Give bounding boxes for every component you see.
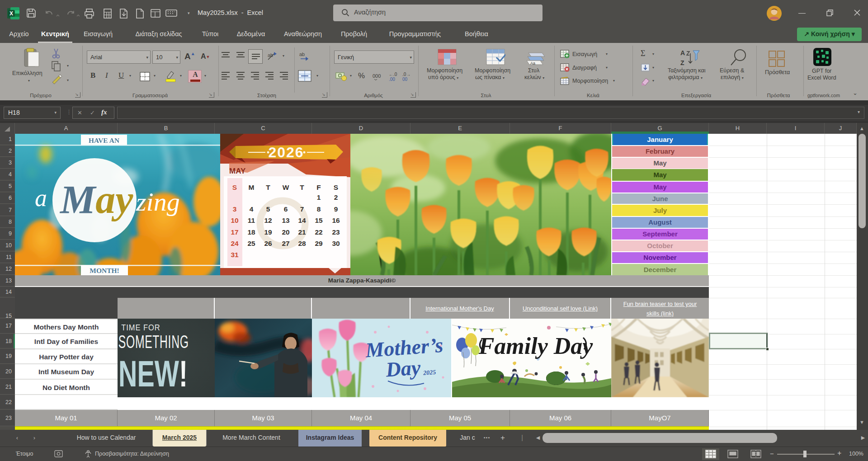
svg-text:9: 9 <box>334 205 338 213</box>
svg-text:F: F <box>316 183 321 191</box>
svg-text:.0→: .0→ <box>402 72 410 77</box>
svg-text:←.0: ←.0 <box>389 72 397 77</box>
svg-text:10: 10 <box>231 216 238 224</box>
svg-text:000: 000 <box>373 73 381 79</box>
svg-text:A: A <box>680 49 685 56</box>
svg-text:15: 15 <box>315 216 323 224</box>
svg-text:Z: Z <box>680 59 684 66</box>
svg-text:26: 26 <box>264 240 272 247</box>
svg-text:12: 12 <box>264 216 272 224</box>
svg-text:NEW!: NEW! <box>118 353 188 395</box>
svg-text:6: 6 <box>284 205 288 213</box>
svg-text:14: 14 <box>298 216 306 224</box>
svg-text:8: 8 <box>317 205 321 213</box>
svg-text:2025: 2025 <box>423 369 436 376</box>
svg-text:24: 24 <box>231 240 239 247</box>
svg-text:22: 22 <box>315 228 322 236</box>
svg-text:31: 31 <box>231 251 239 259</box>
svg-text:X: X <box>9 10 13 17</box>
svg-text:2: 2 <box>334 193 338 201</box>
svg-text:MAY: MAY <box>229 167 246 175</box>
svg-text:Day: Day <box>385 356 422 381</box>
svg-text:19: 19 <box>264 228 272 236</box>
svg-text:ab: ab <box>299 52 305 57</box>
svg-text:Aa: Aa <box>530 61 535 66</box>
svg-text:25: 25 <box>247 240 255 247</box>
svg-text:T: T <box>266 183 270 191</box>
svg-text:1: 1 <box>317 193 321 201</box>
svg-text:5: 5 <box>266 205 270 213</box>
svg-text:a: a <box>35 184 47 212</box>
svg-text:16: 16 <box>332 216 340 224</box>
svg-text:MONTH!: MONTH! <box>90 267 119 274</box>
svg-text:3: 3 <box>233 205 237 213</box>
svg-text:S: S <box>232 183 237 191</box>
svg-text:18: 18 <box>247 228 255 236</box>
svg-text:ab: ab <box>268 52 273 58</box>
svg-text:23: 23 <box>332 228 340 236</box>
svg-text:M: M <box>249 183 255 191</box>
svg-text:30: 30 <box>332 240 340 247</box>
svg-text:May: May <box>59 178 133 221</box>
svg-text:TIME FOR: TIME FOR <box>121 323 160 332</box>
svg-text:SOMETHING: SOMETHING <box>118 332 189 352</box>
svg-text:27: 27 <box>282 240 289 247</box>
svg-text:W: W <box>283 183 289 191</box>
svg-text:7: 7 <box>300 205 304 213</box>
svg-text:13: 13 <box>282 216 290 224</box>
svg-text:HAVE AN: HAVE AN <box>89 136 119 144</box>
svg-text:S: S <box>334 183 338 191</box>
svg-text:T: T <box>300 183 304 191</box>
svg-text:4: 4 <box>250 205 254 213</box>
svg-text:2026: 2026 <box>268 144 304 160</box>
svg-text:zing: zing <box>136 187 180 216</box>
svg-text:00: 00 <box>402 77 408 82</box>
svg-text:11: 11 <box>248 216 255 224</box>
svg-text:29: 29 <box>315 240 323 247</box>
svg-text:20: 20 <box>282 228 289 236</box>
svg-text:21: 21 <box>298 228 306 236</box>
svg-text:28: 28 <box>298 240 306 247</box>
svg-text:.00: .00 <box>389 77 395 82</box>
svg-text:Family Day: Family Day <box>478 333 594 359</box>
svg-text:17: 17 <box>231 228 238 236</box>
